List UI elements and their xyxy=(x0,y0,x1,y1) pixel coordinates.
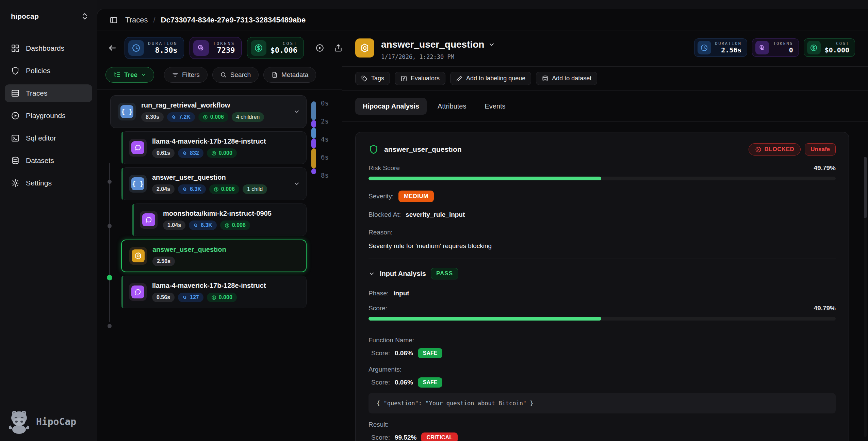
timeline-segment xyxy=(311,128,316,138)
blocked-badge: BLOCKED xyxy=(749,143,801,156)
workspace-switcher[interactable]: hipocap xyxy=(0,9,97,24)
span-list: { } run_rag_retrieval_workflow 8.30s 7.2… xyxy=(105,95,307,441)
breadcrumb-section[interactable]: Traces xyxy=(125,16,148,24)
guard-hex-icon xyxy=(355,38,374,58)
sidebar-toggle-icon[interactable] xyxy=(108,14,120,26)
chip-label: TOKENS xyxy=(773,41,793,46)
score-label: Score: xyxy=(371,434,390,441)
shield-check-icon xyxy=(369,144,379,155)
sidebar-item-playgrounds[interactable]: Playgrounds xyxy=(5,107,92,125)
tree-connector-line xyxy=(109,163,110,322)
metadata-button[interactable]: Metadata xyxy=(263,67,316,83)
chip-value: 7239 xyxy=(213,46,235,55)
sidebar-item-dashboards[interactable]: Dashboards xyxy=(5,39,92,57)
chevron-down-icon xyxy=(369,271,375,277)
span-tokens-badge: 6.3K xyxy=(178,184,206,194)
database-icon xyxy=(11,156,20,165)
filters-button[interactable]: Filters xyxy=(164,67,208,83)
score-label: Score: xyxy=(371,379,390,386)
terminal-icon xyxy=(11,134,20,143)
sidebar-item-settings[interactable]: Settings xyxy=(5,174,92,192)
span-cost-badge: 0.006 xyxy=(209,184,239,194)
severity-medium-badge: MEDIUM xyxy=(398,191,434,202)
workspace-name: hipocap xyxy=(11,12,39,20)
search-button[interactable]: Search xyxy=(212,67,259,83)
pass-badge: PASS xyxy=(431,268,458,279)
timeline-segment xyxy=(311,138,316,148)
span-node-answer-user-question-selected[interactable]: answer_user_question 2.56s xyxy=(121,240,307,272)
scrollbar-thumb[interactable] xyxy=(864,157,867,218)
timeline-tick: 6s xyxy=(321,153,329,161)
breadcrumb-trace-id: Dc733074-834e-27e9-7313-328345489abe xyxy=(161,16,306,24)
dollar-icon xyxy=(807,41,821,54)
play-circle-icon xyxy=(11,111,20,120)
span-name: llama-4-maverick-17b-128e-instruct xyxy=(152,282,300,290)
chip-value: 8.30s xyxy=(148,46,178,55)
risk-score-bar xyxy=(369,177,836,180)
span-detail-panel: answer_user_question 1/17/2026, 1:22:30 … xyxy=(342,31,868,441)
safe-badge: SAFE xyxy=(418,377,443,388)
arguments-code-block: { "question": "Your question about Bitco… xyxy=(369,393,836,413)
sidebar-item-label: Dashboards xyxy=(26,44,64,52)
back-button[interactable] xyxy=(105,41,119,55)
evaluators-button[interactable]: Evaluators xyxy=(395,72,445,85)
span-node-llama-4-maverick-2[interactable]: llama-4-maverick-17b-128e-instruct 0.56s… xyxy=(121,276,307,308)
connector-dot xyxy=(108,224,112,228)
tab-hipocap-analysis[interactable]: Hipocap Analysis xyxy=(355,98,427,115)
safe-badge: SAFE xyxy=(418,348,443,358)
span-node-answer-user-question[interactable]: { } answer_user_question 2.04s 6.3K 0.00… xyxy=(121,167,307,200)
sidebar-item-label: Playgrounds xyxy=(26,112,66,120)
sidebar-item-datasets[interactable]: Datasets xyxy=(5,152,92,169)
chevron-down-icon xyxy=(141,72,146,78)
span-node-llama-4-maverick[interactable]: llama-4-maverick-17b-128e-instruct 0.61s… xyxy=(121,131,307,164)
chip-value: 2.56s xyxy=(715,46,742,54)
app-root: hipocap Dashboards Policies Traces Playg… xyxy=(0,0,868,441)
span-tokens-badge: 6.3K xyxy=(189,220,217,230)
span-node-moonshotai-kimi[interactable]: moonshotai/kimi-k2-instruct-0905 1.04s 6… xyxy=(132,203,307,236)
input-analysis-header[interactable]: Input Analysis PASS xyxy=(369,268,836,279)
analysis-scroll-area[interactable]: answer_user_question BLOCKED Unsafe xyxy=(342,122,868,441)
score-label: Score: xyxy=(371,349,390,357)
sidebar-item-label: Policies xyxy=(26,67,50,75)
detail-scrollbar[interactable] xyxy=(864,157,867,437)
clock-icon xyxy=(128,40,144,56)
trace-timeline-minimap[interactable]: 0s 2s 4s 6s 8s xyxy=(307,95,342,441)
connector-dot xyxy=(108,180,112,184)
chevron-down-icon[interactable] xyxy=(293,108,300,115)
sidebar-nav: Dashboards Policies Traces Playgrounds S… xyxy=(0,39,97,192)
evaluators-button-label: Evaluators xyxy=(411,75,440,82)
span-title: answer_user_question xyxy=(381,39,484,50)
sidebar-item-traces[interactable]: Traces xyxy=(5,84,92,102)
gear-icon xyxy=(11,179,20,187)
toolbar-divider xyxy=(159,68,159,82)
file-text-icon xyxy=(271,71,278,78)
add-to-dataset-button[interactable]: Add to dataset xyxy=(536,72,597,85)
function-icon xyxy=(400,75,407,82)
reason-text: Severity rule for 'medium' requires bloc… xyxy=(369,242,836,250)
sidebar-item-policies[interactable]: Policies xyxy=(5,62,92,80)
add-to-labeling-queue-button[interactable]: Add to labeling queue xyxy=(450,72,531,85)
timeline-segment xyxy=(311,168,316,174)
tab-events[interactable]: Events xyxy=(477,98,513,115)
replay-button[interactable] xyxy=(313,42,326,54)
sidebar-item-sql-editor[interactable]: Sql editor xyxy=(5,129,92,147)
brand-logo-text: HipoCap xyxy=(36,416,76,427)
input-score-label: Score: xyxy=(369,305,387,312)
span-children-badge: 4 children xyxy=(232,112,264,122)
tree-button-label: Tree xyxy=(124,71,137,79)
chevron-down-icon[interactable] xyxy=(293,180,300,187)
input-score-bar xyxy=(369,317,836,321)
unsafe-badge: Unsafe xyxy=(805,143,836,156)
hippo-mascot-icon xyxy=(6,408,32,435)
result-score: 99.52% xyxy=(395,434,416,441)
tree-header: DURATION 8.30s TOKENS 7239 xyxy=(97,31,342,64)
span-timestamp: 1/17/2026, 1:22:30 PM xyxy=(381,53,495,60)
view-mode-tree-button[interactable]: Tree xyxy=(105,67,154,83)
span-title-dropdown[interactable]: answer_user_question xyxy=(381,39,495,50)
sidebar-item-label: Sql editor xyxy=(26,134,56,142)
span-node-run-rag-retrieval-workflow[interactable]: { } run_rag_retrieval_workflow 8.30s 7.2… xyxy=(110,95,307,128)
tab-attributes[interactable]: Attributes xyxy=(430,98,474,115)
span-name: run_rag_retrieval_workflow xyxy=(141,101,288,109)
tags-button[interactable]: Tags xyxy=(355,72,390,85)
span-accent-bar xyxy=(121,276,123,308)
